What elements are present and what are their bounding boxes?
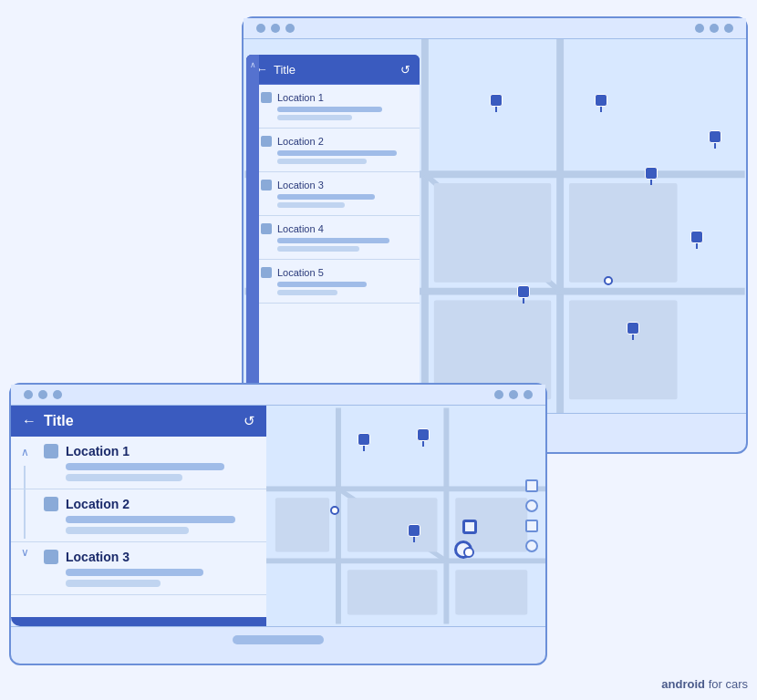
back-status-dot-6 xyxy=(724,24,733,33)
front-map-dot-2 xyxy=(463,547,474,558)
front-map-pin-2 xyxy=(417,428,430,447)
front-map-pin-3 xyxy=(408,524,420,542)
back-loc-header-3: Location 3 xyxy=(261,180,410,190)
back-loc-bar1-5 xyxy=(277,282,367,287)
back-map-pin-4 xyxy=(645,167,658,185)
back-panel-content: ∧ Location 1 Location 2 Location 3 xyxy=(246,85,420,389)
back-loc-bar2-1 xyxy=(277,115,352,120)
front-loc-name-3: Location 3 xyxy=(66,550,130,564)
back-location-item-2[interactable]: Location 2 xyxy=(246,129,420,172)
back-map-pin-1 xyxy=(490,94,503,112)
front-loc-bar1-3 xyxy=(66,569,203,576)
back-location-item-4[interactable]: Location 4 xyxy=(246,216,420,260)
front-status-dot-2 xyxy=(38,390,47,399)
front-location-item-2[interactable]: Location 2 xyxy=(11,489,266,542)
front-location-item-1[interactable]: Location 1 xyxy=(11,437,266,489)
branding-bold: android xyxy=(661,677,705,691)
back-panel-refresh-icon[interactable]: ↺ xyxy=(400,63,410,77)
front-loc-header-2: Location 2 xyxy=(44,497,255,511)
back-loc-header-4: Location 4 xyxy=(261,223,410,234)
back-status-dot-1 xyxy=(256,24,265,33)
front-loc-bar1-1 xyxy=(66,463,224,470)
svg-rect-19 xyxy=(347,570,438,614)
front-device: ← Title ↺ ∧ ∨ Location 1 xyxy=(9,383,547,665)
front-status-dot-1 xyxy=(24,390,33,399)
back-loc-bar1-2 xyxy=(277,150,397,156)
back-status-dots xyxy=(256,24,295,33)
front-panel: ← Title ↺ ∧ ∨ Location 1 xyxy=(11,406,266,626)
front-locations-list: Location 1 Location 2 Location 3 xyxy=(11,437,266,595)
back-panel-header: ← Title ↺ xyxy=(246,55,420,85)
front-status-dot-6 xyxy=(524,390,533,399)
back-status-dots-right xyxy=(695,24,733,33)
back-loc-name-2: Location 2 xyxy=(277,136,324,147)
front-loc-bar2-2 xyxy=(66,527,189,534)
back-loc-bar1-4 xyxy=(277,238,389,243)
back-panel: ← Title ↺ ∧ Location 1 Location 2 xyxy=(246,55,420,392)
back-loc-bar1-3 xyxy=(277,194,375,200)
front-status-dot-5 xyxy=(509,390,518,399)
back-device-status-bar xyxy=(244,18,746,39)
back-status-dot-5 xyxy=(710,24,719,33)
front-loc-bar2-3 xyxy=(66,580,161,587)
front-map-svg xyxy=(266,406,545,626)
side-icon-2[interactable] xyxy=(525,499,538,512)
svg-rect-6 xyxy=(569,183,678,283)
side-icon-4[interactable] xyxy=(525,540,538,552)
front-map-pin-1 xyxy=(358,433,370,451)
back-loc-bar2-4 xyxy=(277,246,359,252)
front-device-map xyxy=(266,406,545,626)
front-loc-icon-1 xyxy=(44,444,58,458)
front-panel-back-icon[interactable]: ← xyxy=(22,413,36,429)
back-loc-header-2: Location 2 xyxy=(261,136,410,147)
front-loc-name-2: Location 2 xyxy=(66,497,130,511)
back-loc-icon-3 xyxy=(261,180,272,190)
side-icon-1[interactable] xyxy=(525,479,538,492)
front-status-dot-4 xyxy=(494,390,503,399)
front-loc-bar1-2 xyxy=(66,516,235,523)
back-loc-bar2-2 xyxy=(277,159,367,164)
back-map-dot-1 xyxy=(604,276,613,285)
back-loc-icon-5 xyxy=(261,267,272,278)
svg-rect-21 xyxy=(275,498,329,551)
back-loc-bar2-5 xyxy=(277,290,337,295)
front-location-item-3[interactable]: Location 3 xyxy=(11,542,266,595)
front-panel-header: ← Title ↺ xyxy=(11,406,266,437)
front-loc-icon-3 xyxy=(44,550,58,564)
svg-rect-17 xyxy=(347,498,438,551)
back-loc-header-1: Location 1 xyxy=(261,92,410,103)
front-loc-icon-2 xyxy=(44,497,58,511)
front-loc-header-1: Location 1 xyxy=(44,444,255,458)
back-map-pin-3 xyxy=(709,130,721,149)
front-device-bottom-bar xyxy=(11,626,545,652)
back-loc-name-3: Location 3 xyxy=(277,180,324,190)
back-location-item-3[interactable]: Location 3 xyxy=(246,172,420,216)
front-map-dot-1 xyxy=(330,506,339,515)
front-panel-body: ∧ ∨ Location 1 Location 2 L xyxy=(11,437,266,617)
back-map-pin-7 xyxy=(627,322,639,340)
svg-rect-8 xyxy=(569,301,678,400)
back-status-dot-2 xyxy=(271,24,280,33)
branding: android for cars xyxy=(661,677,748,691)
back-loc-bar1-1 xyxy=(277,107,382,112)
back-map-pin-5 xyxy=(690,231,703,249)
side-icon-3[interactable] xyxy=(525,520,538,532)
back-panel-title: Title xyxy=(274,63,296,77)
svg-rect-20 xyxy=(455,570,527,614)
front-nav-pill xyxy=(233,635,324,644)
front-loc-header-3: Location 3 xyxy=(44,550,255,564)
back-location-item-1[interactable]: Location 1 xyxy=(246,85,420,129)
back-panel-header-left: ← Title xyxy=(255,62,296,77)
back-location-item-5[interactable]: Location 5 xyxy=(246,260,420,304)
back-map-pin-2 xyxy=(595,94,607,112)
front-status-dots-left xyxy=(24,390,62,399)
back-loc-name-4: Location 4 xyxy=(277,223,324,234)
back-loc-header-5: Location 5 xyxy=(261,267,410,278)
front-panel-title: Title xyxy=(44,413,74,429)
front-device-status-bar xyxy=(11,385,545,406)
front-panel-refresh-icon[interactable]: ↺ xyxy=(244,413,255,429)
front-device-content: ← Title ↺ ∧ ∨ Location 1 xyxy=(11,406,545,626)
front-map-square xyxy=(462,520,477,534)
back-panel-expand-col: ∧ xyxy=(246,85,259,389)
branding-normal: for cars xyxy=(709,677,748,691)
